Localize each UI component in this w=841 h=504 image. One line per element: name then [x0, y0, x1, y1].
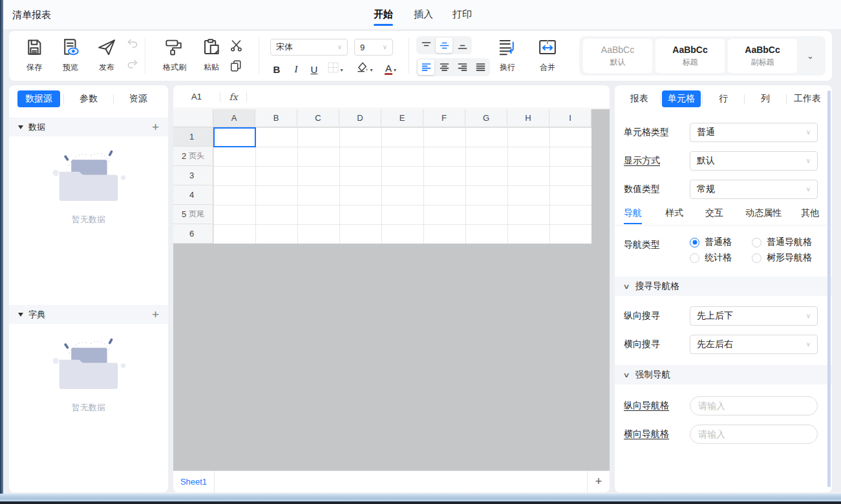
cell-name-box[interactable]: A1	[173, 92, 220, 101]
italic-button[interactable]: I	[288, 61, 304, 76]
row-tag-pagehead: 页头	[189, 151, 204, 162]
row-header[interactable]: 1	[173, 127, 213, 147]
tab-home[interactable]: 开始	[374, 8, 393, 21]
section-dict-header[interactable]: 字典 +	[9, 305, 168, 324]
divider	[246, 92, 247, 102]
format-painter-button[interactable]: 格式刷	[156, 37, 193, 73]
style-preset-title[interactable]: AaBbCc 标题	[655, 39, 725, 73]
halign-right-button[interactable]	[454, 59, 471, 75]
save-button[interactable]: 保存	[18, 37, 50, 73]
tab-parameters[interactable]: 参数	[64, 93, 113, 105]
gallery-expand-chevron-icon[interactable]: ⌄	[807, 51, 814, 61]
preview-button[interactable]: 预览	[54, 37, 87, 73]
font-family-select[interactable]: 宋体 ∨	[270, 39, 348, 56]
fill-color-button[interactable]: ▾	[354, 61, 375, 76]
column-header[interactable]: A	[213, 109, 255, 127]
style-preset-subtitle[interactable]: AaBbCc 副标题	[728, 39, 797, 73]
undo-icon[interactable]	[125, 37, 140, 51]
tab-row[interactable]: 行	[703, 93, 744, 105]
vertical-nav-cell-input[interactable]	[690, 396, 818, 415]
subtab-navigation[interactable]: 导航	[624, 207, 642, 219]
radio-normal-cell[interactable]: 普通格	[690, 236, 732, 248]
add-data-button[interactable]: +	[152, 121, 159, 133]
valign-bottom-button[interactable]	[454, 37, 471, 53]
row-header[interactable]: 4	[173, 185, 213, 205]
window-bottom-edge	[0, 501, 841, 504]
column-header[interactable]: E	[381, 109, 423, 127]
properties-tabs: 报表 单元格 行 列 工作表	[615, 85, 832, 112]
halign-left-button[interactable]	[418, 59, 434, 75]
cell-area[interactable]	[213, 127, 591, 244]
column-header[interactable]: D	[339, 109, 381, 127]
tab-insert[interactable]: 插入	[414, 8, 433, 21]
active-cell-A1[interactable]	[213, 127, 256, 147]
radio-normal-nav-cell[interactable]: 普通导航格	[752, 236, 812, 248]
grid-corner-cell[interactable]	[173, 109, 213, 127]
horizontal-search-field: 横向搜寻 先左后右 ∨	[615, 335, 832, 354]
column-header[interactable]: I	[549, 109, 591, 127]
display-mode-select[interactable]: 默认 ∨	[690, 151, 818, 171]
valign-top-button[interactable]	[418, 37, 434, 53]
radio-icon	[690, 253, 699, 263]
column-header[interactable]: H	[507, 109, 549, 127]
left-sidebar: 数据源 参数 资源 数据 + 暂无数据 字典 +	[9, 85, 168, 492]
tab-column[interactable]: 列	[745, 93, 786, 105]
column-header[interactable]: F	[423, 109, 465, 127]
tab-worksheet[interactable]: 工作表	[787, 93, 828, 105]
vertical-search-select[interactable]: 先上后下 ∨	[690, 306, 818, 326]
sheet-tab-sheet1[interactable]: Sheet1	[173, 471, 215, 492]
horizontal-nav-cell-input[interactable]	[690, 425, 818, 444]
radio-tree-nav-cell[interactable]: 树形导航格	[752, 252, 812, 264]
panel-scrollbar[interactable]	[827, 90, 831, 487]
value-type-select[interactable]: 常规 ∨	[690, 180, 818, 199]
merge-cells-button[interactable]: 合并	[531, 37, 564, 73]
display-mode-field: 显示方式 默认 ∨	[615, 151, 832, 171]
valign-middle-button[interactable]	[436, 37, 452, 53]
borders-button[interactable]: ▾	[326, 61, 345, 76]
subtab-dynamic-props[interactable]: 动态属性	[745, 207, 782, 219]
style-gallery: AaBbCc 默认 AaBbCc 标题 AaBbCc 副标题 ⌄	[579, 36, 825, 76]
radio-stat-cell[interactable]: 统计格	[690, 252, 732, 264]
tab-cell[interactable]: 单元格	[661, 90, 702, 107]
sheet-tab-bar: Sheet1 +	[173, 470, 610, 492]
column-header[interactable]: C	[297, 109, 339, 127]
column-header[interactable]: B	[255, 109, 297, 127]
redo-icon[interactable]	[125, 58, 140, 72]
halign-justify-button[interactable]	[472, 59, 489, 75]
search-nav-section-header[interactable]: ∨ 搜寻导航格	[615, 277, 832, 296]
column-header[interactable]: G	[465, 109, 507, 127]
paste-button[interactable]: 粘贴	[195, 37, 228, 73]
vertical-align-group	[416, 36, 472, 54]
publish-button[interactable]: 发布	[90, 37, 123, 73]
horizontal-search-select[interactable]: 先左后右 ∨	[690, 335, 818, 354]
copy-icon[interactable]	[229, 59, 243, 73]
subtab-style[interactable]: 样式	[665, 207, 683, 219]
row-header[interactable]: 2页头	[173, 147, 213, 166]
row-header[interactable]: 5页尾	[173, 205, 213, 224]
font-color-button[interactable]: A ▾	[380, 61, 401, 76]
subtab-interaction[interactable]: 交互	[705, 207, 723, 219]
window-left-edge	[0, 0, 3, 504]
formula-bar: A1 fx	[173, 85, 610, 109]
cell-type-select[interactable]: 普通 ∨	[690, 123, 818, 142]
force-nav-section-header[interactable]: ∨ 强制导航	[615, 365, 832, 384]
underline-button[interactable]: U	[306, 61, 322, 76]
cut-icon[interactable]	[229, 38, 243, 52]
section-data-header[interactable]: 数据 +	[9, 118, 168, 136]
add-sheet-button[interactable]: +	[588, 475, 610, 488]
subtab-other[interactable]: 其他	[801, 207, 819, 219]
halign-center-button[interactable]	[436, 59, 452, 75]
style-preset-default[interactable]: AaBbCc 默认	[583, 39, 652, 73]
tab-report[interactable]: 报表	[619, 93, 660, 105]
wrap-text-button[interactable]: 换行	[491, 37, 524, 73]
row-header[interactable]: 6	[173, 224, 213, 244]
font-size-select[interactable]: 9 ∨	[354, 39, 393, 56]
bold-button[interactable]: B	[269, 61, 284, 76]
tab-resources[interactable]: 资源	[114, 93, 163, 105]
add-dict-button[interactable]: +	[152, 308, 159, 320]
row-header[interactable]: 3	[173, 166, 213, 185]
fx-icon[interactable]: fx	[220, 92, 246, 102]
tab-datasource[interactable]: 数据源	[14, 90, 63, 107]
chevron-down-icon: ∨	[623, 282, 630, 291]
tab-print[interactable]: 打印	[452, 8, 472, 21]
